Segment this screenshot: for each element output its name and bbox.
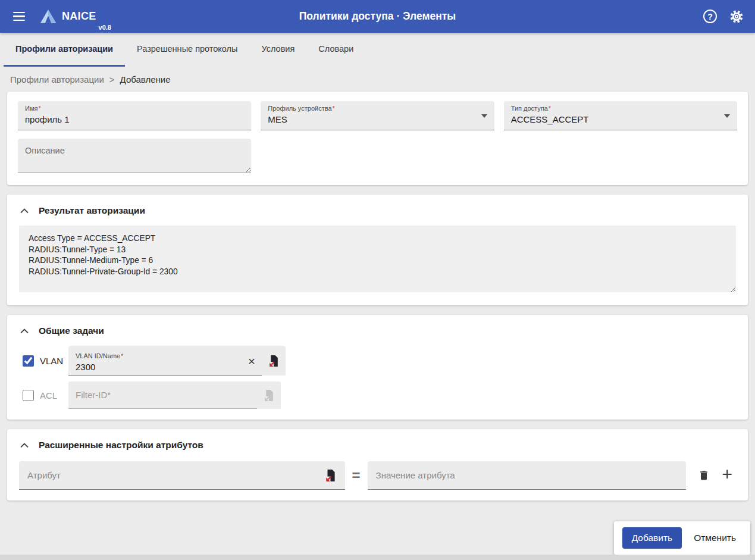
- tab-conditions[interactable]: Условия: [249, 33, 306, 67]
- menu-icon[interactable]: [11, 10, 27, 23]
- help-icon[interactable]: ?: [703, 10, 717, 23]
- breadcrumb-separator: >: [109, 74, 115, 85]
- access-type-select[interactable]: Тип доступа* ACCESS_ACCEPT: [504, 101, 737, 130]
- auth-result-textarea[interactable]: Access Type = ACCESS_ACCEPT RADIUS:Tunne…: [19, 226, 736, 292]
- vlan-label: VLAN: [40, 356, 68, 366]
- tab-allowed-protocols[interactable]: Разрешенные протоколы: [125, 33, 249, 67]
- acl-task-row: ACL: [19, 381, 736, 409]
- chevron-up-icon[interactable]: [19, 327, 30, 335]
- cancel-button[interactable]: Отменить: [688, 527, 742, 549]
- add-button[interactable]: Добавить: [622, 527, 682, 549]
- access-type-value: ACCESS_ACCEPT: [511, 112, 730, 124]
- tab-label: Разрешенные протоколы: [137, 44, 237, 54]
- vlan-id-input[interactable]: [76, 360, 242, 372]
- required-asterisk: *: [38, 105, 40, 112]
- chevron-down-icon: [724, 114, 730, 118]
- device-profile-select[interactable]: Профиль устройства* MES: [261, 101, 494, 130]
- description-textarea[interactable]: [18, 139, 251, 173]
- vlan-field: VLAN ID/Name* ×: [68, 346, 286, 376]
- acl-field: [68, 381, 281, 409]
- tab-label: Условия: [261, 44, 295, 54]
- attribute-value-field: [368, 461, 687, 490]
- tab-authorization-profiles[interactable]: Профили авторизации: [4, 33, 125, 67]
- attribute-row: = +: [19, 461, 736, 490]
- attribute-input[interactable]: [27, 470, 319, 480]
- vlan-id-label: VLAN ID/Name: [76, 352, 120, 359]
- dictionary-paste-icon: [257, 381, 281, 409]
- common-tasks-title: Общие задачи: [39, 326, 104, 336]
- naice-logo-icon: [39, 8, 57, 24]
- page-bottom-strip: [0, 555, 755, 560]
- equals-sign: =: [352, 467, 361, 484]
- advanced-attributes-title: Расширенные настройки атрибутов: [39, 440, 203, 450]
- tab-label: Словари: [318, 44, 353, 54]
- chevron-up-icon[interactable]: [19, 207, 30, 215]
- chevron-down-icon: [481, 114, 487, 118]
- breadcrumb-parent[interactable]: Профили авторизации: [10, 74, 104, 85]
- dictionary-paste-icon[interactable]: [262, 346, 286, 376]
- attribute-value-input[interactable]: [376, 470, 678, 480]
- dictionary-paste-icon[interactable]: [319, 469, 343, 482]
- breadcrumb-current: Добавление: [120, 74, 171, 85]
- tab-label: Профили авторизации: [15, 44, 113, 54]
- advanced-attributes-card: Расширенные настройки атрибутов = +: [7, 429, 748, 500]
- actions-panel: Добавить Отменить: [614, 521, 750, 555]
- auth-result-card: Результат авторизации Access Type = ACCE…: [7, 195, 748, 305]
- page-title: Политики доступа · Элементы: [299, 10, 456, 23]
- clear-icon[interactable]: ×: [242, 355, 262, 370]
- name-field: Имя*: [18, 101, 251, 130]
- common-tasks-card: Общие задачи VLAN VLAN ID/Name* ×: [7, 315, 748, 420]
- plus-icon[interactable]: +: [718, 465, 736, 486]
- vlan-task-row: VLAN VLAN ID/Name* ×: [19, 346, 736, 376]
- device-profile-value: MES: [268, 112, 487, 124]
- app-header: NAICE v0.8 Политики доступа · Элементы ?: [0, 0, 755, 33]
- required-asterisk: *: [549, 105, 551, 112]
- device-profile-label: Профиль устройства: [268, 105, 331, 112]
- acl-checkbox[interactable]: [23, 390, 34, 401]
- acl-label: ACL: [40, 390, 68, 401]
- profile-form-card: Имя* Профиль устройства* MES Тип доступа…: [7, 92, 748, 185]
- name-input[interactable]: [25, 112, 244, 124]
- filter-id-input: [76, 390, 257, 400]
- name-label: Имя: [25, 105, 37, 112]
- attribute-field: [19, 461, 345, 490]
- chevron-up-icon[interactable]: [19, 442, 30, 449]
- tab-dictionaries[interactable]: Словари: [306, 33, 365, 67]
- vlan-checkbox[interactable]: [23, 355, 34, 367]
- gear-icon[interactable]: [729, 9, 744, 24]
- required-asterisk: *: [121, 352, 123, 359]
- app-name: NAICE: [62, 10, 96, 23]
- tab-bar: Профили авторизации Разрешенные протокол…: [0, 33, 755, 67]
- breadcrumb: Профили авторизации > Добавление: [0, 67, 755, 92]
- header-actions: ?: [703, 9, 744, 24]
- access-type-label: Тип доступа: [511, 105, 548, 112]
- auth-result-title: Результат авторизации: [39, 205, 145, 216]
- app-version: v0.8: [99, 24, 111, 33]
- trash-icon[interactable]: [696, 467, 712, 484]
- required-asterisk: *: [333, 105, 335, 112]
